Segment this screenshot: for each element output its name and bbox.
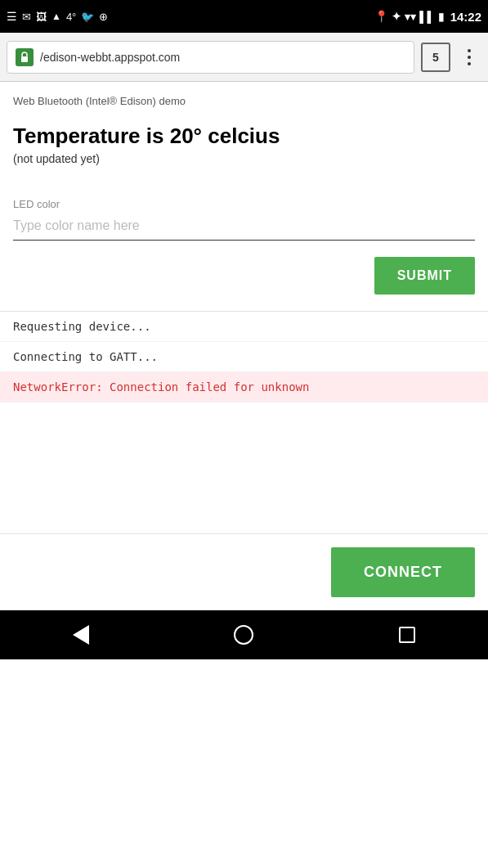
battery-icon: ▮ (438, 11, 444, 23)
status-bar-left: ☰ ✉ 🖼 ▲ 4° 🐦 ⊕ (7, 10, 108, 23)
submit-button[interactable]: SUBMIT (374, 257, 475, 295)
temperature-subtext: (not updated yet) (13, 152, 475, 165)
address-bar[interactable]: /edison-webbt.appspot.com (7, 41, 414, 74)
led-color-input[interactable] (13, 215, 475, 241)
log-section: Requesting device... Connecting to GATT.… (0, 311, 488, 403)
twitter-icon: 🐦 (81, 11, 94, 23)
main-content: Web Bluetooth (Intel® Edison) demo Tempe… (0, 82, 488, 295)
status-bar-right: 📍 ✦ ▾▾ ▌▌ ▮ 14:22 (374, 10, 481, 24)
led-color-label: LED color (13, 198, 475, 210)
back-button[interactable] (73, 625, 89, 645)
status-bar: ☰ ✉ 🖼 ▲ 4° 🐦 ⊕ 📍 ✦ ▾▾ ▌▌ ▮ 14:22 (0, 0, 488, 33)
menu-dot-2 (468, 56, 471, 59)
url-text: /edison-webbt.appspot.com (40, 51, 180, 64)
back-icon (73, 625, 89, 645)
tab-count: 5 (432, 51, 439, 64)
bottom-spacer (0, 403, 488, 533)
log-line: Requesting device... (0, 312, 488, 342)
page-subtitle: Web Bluetooth (Intel® Edison) demo (13, 95, 475, 107)
browser-menu-button[interactable] (457, 43, 481, 72)
log-line: Connecting to GATT... (0, 342, 488, 372)
clock: 14:22 (450, 10, 481, 24)
tab-count-button[interactable]: 5 (421, 43, 450, 72)
nav-bar (0, 610, 488, 659)
connect-button[interactable]: CONNECT (331, 547, 475, 597)
bluetooth-icon: ✦ (392, 10, 401, 23)
recents-icon (399, 627, 415, 643)
chrome-icon: ⊕ (99, 11, 108, 23)
menu-dot-3 (468, 62, 471, 65)
led-color-section: LED color (13, 198, 475, 241)
home-button[interactable] (234, 625, 253, 645)
home-icon (234, 625, 253, 645)
connect-row: CONNECT (0, 533, 488, 610)
svg-rect-0 (21, 56, 28, 62)
mountain-icon: ▲ (51, 11, 61, 22)
temperature-heading: Temperature is 20° celcius (13, 124, 475, 149)
location-icon: 📍 (374, 10, 388, 23)
temp-icon: 4° (66, 11, 76, 23)
wifi-icon: ▾▾ (405, 11, 416, 23)
doc-icon: ☰ (7, 10, 17, 23)
browser-chrome: /edison-webbt.appspot.com 5 (0, 33, 488, 82)
menu-dot-1 (468, 49, 471, 52)
log-line-error: NetworkError: Connection failed for unkn… (0, 372, 488, 403)
image-icon: 🖼 (36, 11, 47, 23)
lock-icon (16, 48, 34, 66)
signal-icon: ▌▌ (419, 11, 434, 23)
email-icon: ✉ (22, 11, 31, 23)
recents-button[interactable] (399, 627, 415, 643)
submit-row: SUBMIT (13, 257, 475, 295)
